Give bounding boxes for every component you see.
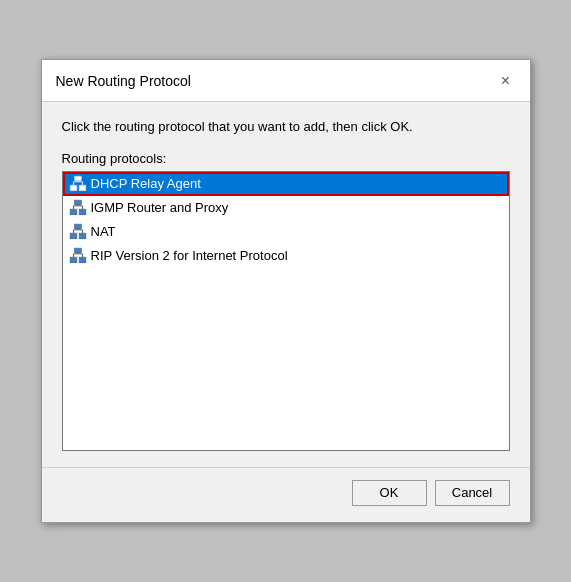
cancel-button[interactable]: Cancel <box>435 480 510 506</box>
protocol-label: NAT <box>91 224 116 239</box>
svg-rect-10 <box>70 209 77 215</box>
svg-rect-30 <box>70 257 77 263</box>
dialog-footer: OK Cancel <box>42 467 530 522</box>
new-routing-protocol-dialog: New Routing Protocol × Click the routing… <box>41 59 531 522</box>
svg-rect-12 <box>79 209 86 215</box>
svg-rect-8 <box>74 176 81 181</box>
protocol-icon <box>69 223 87 241</box>
svg-rect-38 <box>74 248 81 253</box>
section-label: Routing protocols: <box>62 151 510 166</box>
ok-button[interactable]: OK <box>352 480 427 506</box>
ok-label: OK <box>380 485 399 500</box>
dialog-body: Click the routing protocol that you want… <box>42 102 530 466</box>
protocol-icon <box>69 247 87 265</box>
list-item[interactable]: NAT <box>63 220 509 244</box>
cancel-label: Cancel <box>452 485 492 500</box>
protocol-label: IGMP Router and Proxy <box>91 200 229 215</box>
instruction-text: Click the routing protocol that you want… <box>62 118 510 136</box>
protocol-icon <box>69 199 87 217</box>
protocol-label: DHCP Relay Agent <box>91 176 201 191</box>
svg-rect-0 <box>70 185 77 191</box>
protocol-icon <box>69 175 87 193</box>
svg-rect-2 <box>79 185 86 191</box>
protocols-list[interactable]: DHCP Relay Agent IGMP Router and Proxy N… <box>62 171 510 451</box>
list-item[interactable]: RIP Version 2 for Internet Protocol <box>63 244 509 268</box>
list-item[interactable]: DHCP Relay Agent <box>63 172 509 196</box>
svg-rect-20 <box>70 233 77 239</box>
svg-rect-28 <box>74 224 81 229</box>
svg-rect-32 <box>79 257 86 263</box>
svg-rect-18 <box>74 200 81 205</box>
close-icon: × <box>501 72 510 90</box>
close-button[interactable]: × <box>494 69 518 93</box>
protocol-label: RIP Version 2 for Internet Protocol <box>91 248 288 263</box>
svg-rect-22 <box>79 233 86 239</box>
dialog-title: New Routing Protocol <box>56 73 191 89</box>
title-bar: New Routing Protocol × <box>42 60 530 102</box>
list-item[interactable]: IGMP Router and Proxy <box>63 196 509 220</box>
